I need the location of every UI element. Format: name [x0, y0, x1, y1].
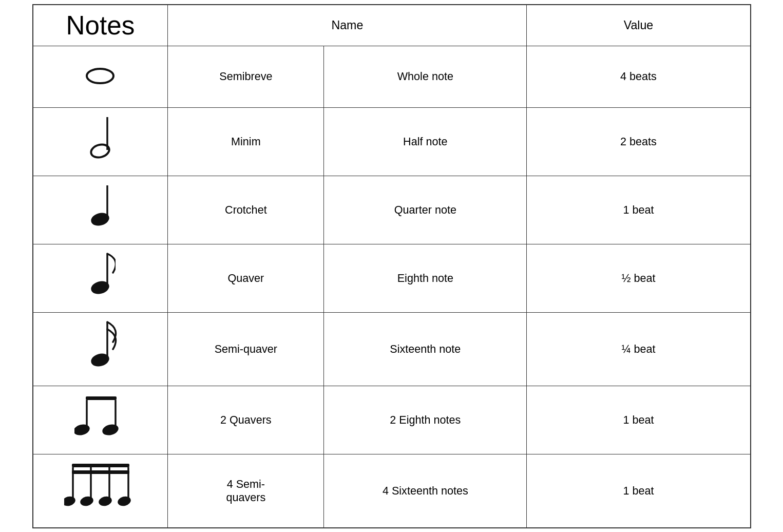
svg-point-3	[90, 142, 111, 159]
two-eighth-notes-icon	[74, 391, 126, 443]
svg-rect-10	[86, 396, 117, 400]
note-symbol-eighth	[33, 244, 168, 312]
table-row: Minim Half note 2 beats	[33, 107, 751, 176]
music-notes-table-wrapper: Notes Name Value Semibreve Whole note 4 …	[32, 4, 751, 528]
american-name-2: Quarter note	[324, 176, 527, 244]
svg-point-24	[117, 495, 132, 507]
value-1: 2 beats	[527, 107, 751, 176]
table-row: Semibreve Whole note 4 beats	[33, 46, 751, 107]
american-name-4: Sixteenth note	[324, 312, 527, 386]
value-3: ½ beat	[527, 244, 751, 312]
note-symbol-half	[33, 107, 168, 176]
table-row: 4 Semi-quavers 4 Sixteenth notes 1 beat	[33, 454, 751, 528]
note-symbol-sixteenth	[33, 312, 168, 386]
british-name-1: Minim	[168, 107, 324, 176]
whole-note-icon	[82, 61, 118, 86]
note-symbol-whole	[33, 46, 168, 107]
american-name-3: Eighth note	[324, 244, 527, 312]
value-5: 1 beat	[527, 386, 751, 454]
value-4: ¼ beat	[527, 312, 751, 386]
value-2: 1 beat	[527, 176, 751, 244]
four-sixteenth-notes-icon	[64, 460, 136, 516]
value-0: 4 beats	[527, 46, 751, 107]
table-row: 2 Quavers 2 Eighth notes 1 beat	[33, 386, 751, 454]
american-name-1: Half note	[324, 107, 527, 176]
british-name-4: Semi-quaver	[168, 312, 324, 386]
british-name-0: Semibreve	[168, 46, 324, 107]
table-row: Semi-quaver Sixteenth note ¼ beat	[33, 312, 751, 386]
american-name-0: Whole note	[324, 46, 527, 107]
half-note-icon	[85, 113, 116, 164]
eighth-note-icon	[85, 250, 116, 301]
svg-point-18	[64, 495, 77, 507]
british-name-6: 4 Semi-quavers	[168, 454, 324, 528]
american-name-5: 2 Eighth notes	[324, 386, 527, 454]
note-symbol-quarter	[33, 176, 168, 244]
quarter-note-icon	[85, 181, 116, 233]
note-symbol-four-sixteenth	[33, 454, 168, 528]
sixteenth-note-icon	[84, 318, 117, 374]
svg-point-14	[101, 423, 120, 437]
svg-point-12	[74, 423, 91, 437]
header-name: Name	[168, 5, 527, 46]
american-name-6: 4 Sixteenth notes	[324, 454, 527, 528]
value-6: 1 beat	[527, 454, 751, 528]
svg-rect-16	[72, 470, 129, 474]
table-row: Crotchet Quarter note 1 beat	[33, 176, 751, 244]
note-symbol-two-eighth	[33, 386, 168, 454]
header-value: Value	[527, 5, 751, 46]
british-name-3: Quaver	[168, 244, 324, 312]
header-notes: Notes	[33, 5, 168, 46]
svg-point-1	[93, 73, 107, 79]
table-row: Quaver Eighth note ½ beat	[33, 244, 751, 312]
svg-point-20	[80, 495, 95, 507]
svg-point-22	[98, 495, 113, 507]
music-notes-table: Notes Name Value Semibreve Whole note 4 …	[32, 4, 751, 528]
british-name-5: 2 Quavers	[168, 386, 324, 454]
svg-rect-15	[72, 464, 129, 467]
british-name-2: Crotchet	[168, 176, 324, 244]
